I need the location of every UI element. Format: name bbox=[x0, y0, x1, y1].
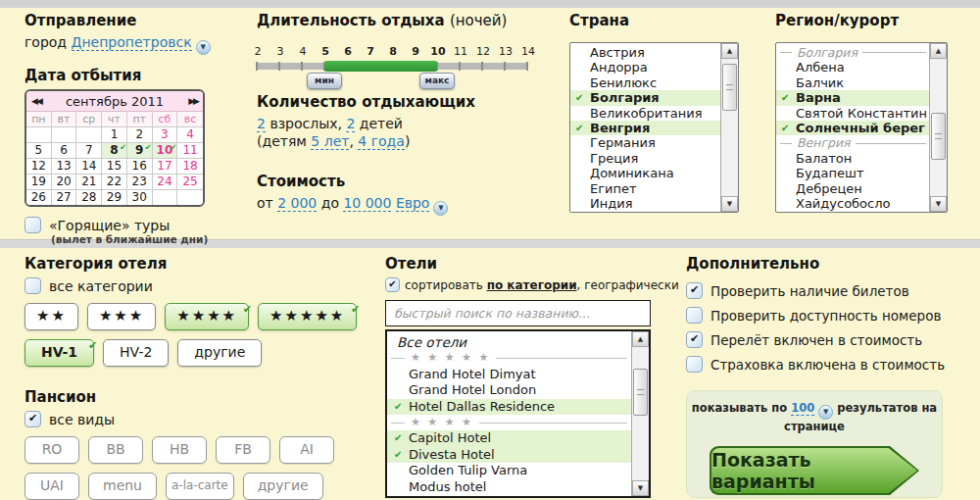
currency-dropdown-icon[interactable]: ▼ bbox=[433, 201, 448, 216]
category-star-button[interactable]: ★★★✔ bbox=[87, 303, 156, 330]
calendar-day[interactable]: 13✔ bbox=[52, 158, 77, 174]
all-categories-checkbox[interactable]: ✔ bbox=[24, 277, 41, 294]
board-button[interactable]: FB bbox=[216, 436, 270, 464]
calendar-day[interactable]: 27✔ bbox=[52, 189, 77, 205]
calendar-day[interactable]: 18✔ bbox=[177, 158, 203, 174]
calendar-day[interactable]: ✔ bbox=[26, 126, 52, 142]
calendar-day[interactable]: 30✔ bbox=[127, 189, 153, 205]
region-option[interactable]: ✔Солнечный берег bbox=[776, 121, 929, 135]
hotel-option[interactable]: ✔Divesta Hotel bbox=[387, 447, 631, 463]
scroll-up-icon[interactable]: ▲ bbox=[632, 331, 649, 347]
hotel-option[interactable]: ✔Все отели bbox=[387, 334, 631, 350]
category-hv-button[interactable]: HV-2✔ bbox=[103, 339, 169, 367]
calendar-day[interactable]: 20✔ bbox=[52, 174, 77, 189]
child-age-link-1[interactable]: 5 лет bbox=[311, 133, 349, 150]
calendar-day[interactable]: 21✔ bbox=[76, 174, 102, 189]
region-option[interactable]: ✔Болгария bbox=[776, 45, 929, 60]
region-option[interactable]: ✔Балатон bbox=[776, 151, 929, 166]
board-button[interactable]: AI bbox=[279, 436, 334, 464]
calendar-day[interactable]: ✔ bbox=[177, 189, 203, 205]
region-option[interactable]: ✔Хайдусобосло bbox=[776, 196, 929, 211]
calendar-day[interactable]: 25✔ bbox=[177, 174, 203, 189]
country-option[interactable]: ✔Египет bbox=[570, 181, 720, 196]
region-option[interactable]: ✔Святой Константин bbox=[776, 106, 929, 121]
hot-tours-checkbox[interactable]: ✔ bbox=[24, 217, 41, 233]
calendar-day[interactable]: 17✔ bbox=[153, 158, 178, 174]
calendar-day[interactable]: 29✔ bbox=[102, 189, 127, 205]
per-page-link[interactable]: 100 bbox=[791, 401, 814, 416]
calendar-day[interactable]: 10✔ bbox=[153, 142, 178, 158]
all-board-checkbox[interactable]: ✔ bbox=[24, 411, 41, 427]
country-option[interactable]: ✔Доминикана bbox=[570, 166, 720, 180]
scrollbar-track[interactable] bbox=[632, 347, 649, 480]
region-option[interactable]: ✔Будапешт bbox=[776, 166, 929, 180]
hotel-option[interactable]: ✔Grand Hotel London bbox=[387, 382, 631, 398]
price-from-link[interactable]: 2 000 bbox=[277, 195, 317, 212]
extra-checkbox[interactable]: ✔ bbox=[686, 307, 703, 324]
sort-geo-label[interactable]: географически bbox=[584, 278, 678, 292]
sort-by-category-link[interactable]: по категории bbox=[487, 278, 577, 292]
calendar-day[interactable]: 19✔ bbox=[26, 174, 52, 189]
sort-checkbox[interactable]: ✔ bbox=[385, 277, 400, 292]
currency-link[interactable]: Евро bbox=[396, 195, 430, 212]
region-option[interactable]: ✔Балчик bbox=[776, 75, 929, 90]
hotel-option[interactable]: ✔Modus hotel bbox=[387, 479, 631, 495]
country-option[interactable]: ✔Великобритания bbox=[570, 106, 720, 121]
calendar-day[interactable]: ✔ bbox=[76, 126, 102, 142]
board-button[interactable]: a-la-carte bbox=[166, 473, 234, 500]
hotel-search-input[interactable] bbox=[394, 304, 642, 323]
child-age-link-2[interactable]: 4 года bbox=[358, 133, 405, 150]
calendar-day[interactable]: 26✔ bbox=[26, 189, 52, 205]
slider-track[interactable]: мин макс bbox=[257, 63, 527, 70]
country-option[interactable]: ✔Индия bbox=[570, 196, 720, 211]
prev-month-icon[interactable]: ◀◀ bbox=[31, 96, 41, 106]
region-option[interactable]: ✔Варна bbox=[776, 90, 929, 105]
category-hv-button[interactable]: HV-1✔ bbox=[24, 339, 94, 367]
hotel-option[interactable]: ✔Capitol Hotel bbox=[387, 430, 631, 446]
calendar-day[interactable]: 11✔ bbox=[177, 142, 203, 158]
calendar-day[interactable]: ✔ bbox=[153, 189, 178, 205]
board-button[interactable]: RO bbox=[24, 436, 79, 464]
hotel-option[interactable]: ✔Grand Hotel Dimyat bbox=[387, 367, 631, 382]
slider-max-handle[interactable]: макс bbox=[419, 73, 455, 89]
scrollbar-thumb[interactable] bbox=[931, 113, 946, 160]
scroll-up-icon[interactable]: ▲ bbox=[930, 43, 947, 59]
country-option[interactable]: ✔Австрия bbox=[570, 45, 720, 60]
category-hv-button[interactable]: другие✔ bbox=[177, 339, 262, 367]
calendar-day[interactable]: 5✔ bbox=[26, 142, 52, 158]
calendar-day[interactable]: 12✔ bbox=[26, 158, 52, 174]
hotel-option[interactable]: ✔Hotel Dallas Residence bbox=[387, 399, 631, 415]
calendar-day[interactable]: 23✔ bbox=[127, 174, 153, 189]
scroll-down-icon[interactable]: ▼ bbox=[721, 196, 738, 212]
calendar-day[interactable]: 4✔ bbox=[177, 126, 203, 142]
calendar-day[interactable]: 7✔ bbox=[76, 142, 102, 158]
show-results-button[interactable]: Показать варианты bbox=[710, 446, 919, 495]
hotel-option[interactable]: ✔★ ★ ★ ★ bbox=[387, 415, 631, 430]
slider-min-handle[interactable]: мин bbox=[307, 73, 342, 89]
scroll-down-icon[interactable]: ▼ bbox=[930, 196, 947, 212]
category-star-button[interactable]: ★★★★✔ bbox=[165, 303, 249, 330]
calendar-day[interactable]: ✔ bbox=[52, 126, 77, 142]
adults-count-link[interactable]: 2 bbox=[257, 116, 266, 132]
per-page-dropdown-icon[interactable]: ▼ bbox=[818, 405, 833, 420]
board-button[interactable]: BB bbox=[88, 436, 143, 464]
scrollbar-thumb[interactable] bbox=[633, 369, 648, 416]
calendar-day[interactable]: 6✔ bbox=[52, 142, 77, 158]
category-star-button[interactable]: ★★★★★✔ bbox=[258, 303, 357, 330]
price-to-link[interactable]: 10 000 bbox=[343, 195, 391, 212]
calendar-day[interactable]: 16✔ bbox=[127, 158, 153, 174]
hotel-option[interactable]: ✔Golden Tulip Varna bbox=[387, 463, 631, 478]
children-count-link[interactable]: 2 bbox=[346, 116, 355, 132]
country-option[interactable]: ✔Болгария bbox=[570, 90, 720, 105]
extra-checkbox[interactable]: ✔ bbox=[686, 356, 703, 373]
country-option[interactable]: ✔Бенилюкс bbox=[570, 75, 720, 90]
calendar-day[interactable]: 9✔ bbox=[127, 142, 153, 158]
hotel-option[interactable]: ✔★ ★ ★ ★ ★ bbox=[387, 350, 631, 366]
scrollbar-track[interactable] bbox=[930, 59, 947, 196]
city-link[interactable]: Днепропетровск bbox=[72, 34, 192, 51]
calendar-day[interactable]: 22✔ bbox=[102, 174, 127, 189]
region-option[interactable]: ✔Албена bbox=[776, 60, 929, 75]
calendar-day[interactable]: 28✔ bbox=[76, 189, 102, 205]
scroll-up-icon[interactable]: ▲ bbox=[721, 43, 738, 59]
country-option[interactable]: ✔Андорра bbox=[570, 60, 720, 75]
